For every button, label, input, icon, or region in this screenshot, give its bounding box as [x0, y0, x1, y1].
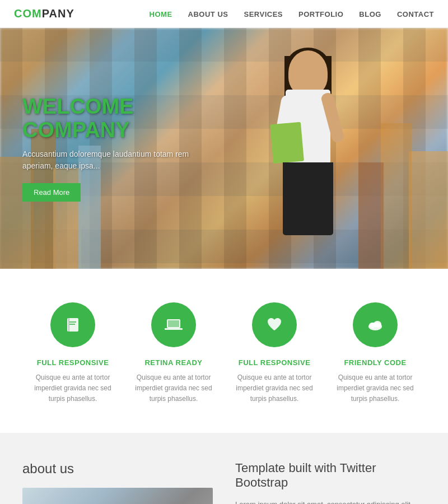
nav-link-contact[interactable]: CONTACT — [397, 10, 434, 18]
logo-com: COM — [14, 7, 42, 20]
nav-item-portfolio[interactable]: PORTFOLIO — [298, 9, 343, 19]
hero-headline-green: COMPANY — [22, 118, 129, 142]
feature-icon-1 — [50, 302, 95, 347]
feature-desc-4: Quisque eu ante at tortor imperdiet grav… — [330, 372, 420, 405]
feature-title-1: FULL RESPONSIVE — [28, 358, 118, 367]
person-skirt — [283, 162, 333, 235]
about-image — [22, 488, 213, 504]
person-book — [270, 122, 304, 164]
feature-desc-3: Quisque eu ante at tortor imperdiet grav… — [230, 372, 319, 405]
logo[interactable]: COMPANY — [14, 7, 74, 20]
hero-subtitle: Accusantium doloremque laudantium totam … — [22, 148, 213, 172]
nav-links: HOME ABOUT US SERVICES PORTFOLIO BLOG CO… — [150, 9, 434, 19]
svg-rect-3 — [69, 324, 75, 325]
nav-item-home[interactable]: HOME — [150, 9, 172, 19]
nav-link-about[interactable]: ABOUT US — [188, 10, 228, 18]
heart-icon — [265, 315, 284, 334]
about-right-title: Template built with Twitter Bootstrap — [235, 461, 426, 490]
nav-link-services[interactable]: SERVICES — [244, 10, 283, 18]
feature-icon-4 — [353, 302, 398, 347]
hero-content: WELCOME COMPANY Accusantium doloremque l… — [0, 95, 235, 202]
svg-rect-5 — [168, 320, 179, 327]
about-left: about us — [22, 461, 213, 504]
nav-item-about[interactable]: ABOUT US — [188, 9, 228, 19]
feature-icon-2 — [151, 302, 196, 347]
nav-link-home[interactable]: HOME — [150, 10, 172, 18]
feature-item-4: FRIENDLY CODE Quisque eu ante at tortor … — [330, 302, 420, 405]
feature-item-2: RETINA READY Quisque eu ante at tortor i… — [129, 302, 218, 405]
feature-item-1: FULL RESPONSIVE Quisque eu ante at torto… — [28, 302, 118, 405]
nav-item-contact[interactable]: CONTACT — [397, 9, 434, 19]
hero-cta-button[interactable]: Read More — [22, 183, 81, 202]
svg-point-9 — [374, 321, 381, 328]
laptop-icon — [164, 315, 184, 335]
about-right-text: Lorem ipsum dolor sit amet, consectetur … — [235, 498, 426, 504]
cloud-icon — [366, 315, 385, 334]
building-6 — [381, 123, 412, 269]
logo-pany: PANY — [42, 7, 74, 20]
navbar: COMPANY HOME ABOUT US SERVICES PORTFOLIO… — [0, 0, 448, 28]
svg-rect-2 — [69, 321, 76, 323]
hero-section: WELCOME COMPANY Accusantium doloremque l… — [0, 28, 448, 269]
feature-desc-1: Quisque eu ante at tortor imperdiet grav… — [28, 372, 118, 405]
feature-title-4: FRIENDLY CODE — [330, 358, 420, 367]
about-section: about us Template built with Twitter Boo… — [0, 433, 448, 504]
building-5 — [409, 151, 448, 269]
nav-link-portfolio[interactable]: PORTFOLIO — [298, 10, 343, 18]
feature-item-3: FULL RESPONSIVE Quisque eu ante at torto… — [230, 302, 319, 405]
feature-title-3: FULL RESPONSIVE — [230, 358, 319, 367]
features-section: FULL RESPONSIVE Quisque eu ante at torto… — [0, 269, 448, 433]
hero-headline: WELCOME COMPANY — [22, 95, 213, 142]
feature-desc-2: Quisque eu ante at tortor imperdiet grav… — [129, 372, 218, 405]
person-head — [288, 50, 328, 95]
about-title: about us — [22, 461, 213, 477]
svg-rect-6 — [165, 328, 183, 330]
feature-title-2: RETINA READY — [129, 358, 218, 367]
person-shape — [252, 50, 364, 269]
about-right: Template built with Twitter Bootstrap Lo… — [235, 461, 426, 504]
svg-rect-1 — [68, 318, 69, 332]
feature-icon-3 — [252, 302, 297, 347]
nav-item-blog[interactable]: BLOG — [359, 9, 381, 19]
nav-item-services[interactable]: SERVICES — [244, 9, 283, 19]
hero-person-image — [241, 45, 364, 269]
nav-link-blog[interactable]: BLOG — [359, 10, 381, 18]
hero-headline-white: WELCOME — [22, 95, 133, 118]
book-icon — [64, 316, 82, 334]
